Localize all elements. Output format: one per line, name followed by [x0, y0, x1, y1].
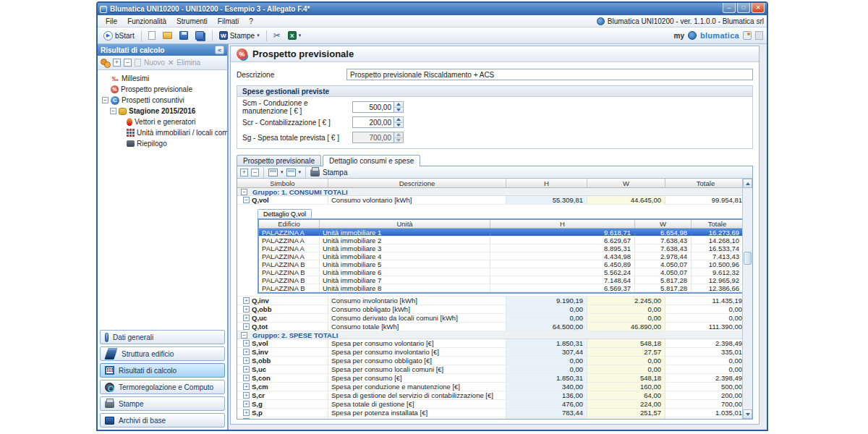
logo-blumatica[interactable]: blumatica	[700, 31, 739, 40]
nav-struttura-edificio[interactable]: Struttura edificio	[100, 346, 225, 361]
group-row-2[interactable]: −Gruppo: 2. SPESE TOTALI	[237, 331, 742, 339]
menu-funzionalit[interactable]: Funzionalità	[122, 17, 171, 26]
column-header-h[interactable]: H	[506, 179, 587, 187]
open-button[interactable]	[161, 31, 174, 40]
table-row[interactable]: +S,pSpesa per potenza installata [€]783,…	[237, 409, 742, 417]
row-expand-icon[interactable]: +	[243, 375, 250, 381]
detail-tab[interactable]: Dettaglio Q,vol	[258, 209, 312, 218]
table-row[interactable]: +S,invSpesa per consumo involontario [€]…	[237, 348, 742, 357]
grid-columns-icon[interactable]	[286, 169, 296, 176]
menu-filmati[interactable]: Filmati	[213, 17, 244, 26]
tree-expander-icon[interactable]: −	[102, 97, 109, 103]
tree-item-stagione-2015-2016[interactable]: −Stagione 2015/2016	[98, 106, 227, 116]
detail-row[interactable]: PALAZZINA AUnità immobiliare 26.629,677.…	[259, 237, 742, 244]
row-expand-icon[interactable]: +	[243, 357, 250, 364]
sidebar-collapse-icon[interactable]: <	[215, 46, 224, 54]
notes-icon[interactable]	[755, 31, 763, 40]
table-row[interactable]: +S,eSpesa energetica [€]2.157,75575,752.…	[237, 417, 742, 419]
row-expand-icon[interactable]: +	[243, 366, 250, 373]
table-row[interactable]: +S,ucSpesa per consumo locali comuni [€]…	[237, 365, 742, 374]
grid-layout-icon[interactable]	[268, 169, 278, 176]
table-row[interactable]: +Q,ucConsumo derivato da locali comuni […	[237, 314, 742, 323]
expand-all-icon[interactable]: +	[113, 59, 121, 67]
minimize-icon[interactable]: –	[723, 3, 736, 13]
table-row[interactable]: +S,obbSpesa per consumo obbligato [€]0,0…	[237, 357, 742, 365]
row-expand-icon[interactable]: +	[243, 409, 250, 416]
tree-item-riepilogo[interactable]: Riepilogo	[98, 138, 227, 149]
detail-column-unita[interactable]: Unità	[320, 220, 490, 228]
bstart-button[interactable]: ▶ bStart	[101, 30, 137, 41]
row-expand-icon[interactable]: +	[243, 306, 250, 312]
column-header-w[interactable]: W	[587, 179, 665, 187]
stampe-button[interactable]: W Stampe ▾	[217, 30, 262, 41]
scroll-up-icon[interactable]	[743, 179, 752, 188]
tab-prospetto-previsionale[interactable]: Prospetto previsionale	[237, 155, 321, 166]
detail-column-w[interactable]: W	[635, 220, 692, 228]
scm-input[interactable]	[352, 101, 394, 113]
menu-item[interactable]: ?	[244, 17, 258, 26]
user-card-icon[interactable]	[743, 31, 752, 40]
row-expand-icon[interactable]: +	[243, 401, 250, 407]
vertical-scrollbar[interactable]	[742, 179, 752, 419]
nav-stampe[interactable]: Stampe	[100, 396, 225, 411]
table-row[interactable]: +S,conSpesa per consumo [€]1.850,31548,1…	[237, 374, 742, 383]
column-header-tot[interactable]: Totale	[665, 179, 742, 187]
spin-down-icon[interactable]	[394, 107, 403, 113]
detail-row[interactable]: PALAZZINA AUnità immobiliare 38.895,317.…	[259, 244, 742, 252]
tab-dettaglio-consumi-e-spese[interactable]: Dettaglio consumi e spese	[323, 155, 420, 166]
table-row[interactable]: +Q,obbConsumo obbligato [kWh]0,000,000,0…	[237, 305, 742, 314]
group-row-1[interactable]: −Gruppo: 1. CONSUMI TOTALI	[237, 188, 742, 196]
menu-file[interactable]: File	[101, 17, 122, 26]
group-collapse-icon[interactable]: −	[241, 332, 247, 339]
nav-archivi-di-base[interactable]: Archivi di base	[100, 413, 225, 427]
row-expand-icon[interactable]: +	[243, 323, 250, 330]
nuovo-button[interactable]: Nuovo	[144, 59, 165, 67]
scroll-down-icon[interactable]	[743, 409, 752, 419]
refresh-gears-icon[interactable]	[101, 59, 110, 67]
detail-row[interactable]: PALAZZINA AUnità immobiliare 19.618,716.…	[259, 229, 742, 237]
table-row[interactable]: +S,cmSpesa per conduzione e manutenzione…	[237, 383, 742, 391]
excel-export-button[interactable]: X ▾	[286, 30, 304, 41]
row-expand-icon[interactable]: +	[243, 297, 250, 304]
detail-column-edificio[interactable]: Edificio	[259, 220, 320, 228]
tree-item-millesimi[interactable]: ‰Millesimi	[98, 73, 227, 84]
group-collapse-icon[interactable]: −	[241, 189, 247, 195]
save-button[interactable]	[177, 30, 190, 41]
detail-column-h[interactable]: H	[490, 220, 635, 228]
nav-risultati-di-calcolo[interactable]: Risultati di calcolo	[100, 363, 225, 378]
detail-row[interactable]: PALAZZINA BUnità immobiliare 56.450,894.…	[259, 260, 742, 268]
row-expand-icon[interactable]: +	[243, 340, 250, 346]
nav-dati-generali[interactable]: Dati generali	[100, 330, 225, 344]
row-expand-icon[interactable]: +	[243, 315, 250, 321]
grid-collapse-all-icon[interactable]: −	[251, 169, 259, 176]
maximize-icon[interactable]: □	[737, 3, 750, 13]
table-row[interactable]: +Q,totConsumo totale [kWh]64.500,0046.89…	[237, 323, 742, 331]
save-all-button[interactable]	[193, 30, 208, 41]
collapse-all-icon[interactable]: −	[124, 59, 132, 67]
table-row[interactable]: +S,crSpesa di gestione del servizio di c…	[237, 391, 742, 400]
new-button[interactable]	[146, 30, 158, 41]
grid-expand-all-icon[interactable]: +	[240, 169, 248, 176]
spin-down-icon[interactable]	[394, 122, 403, 128]
row-expand-icon[interactable]: +	[243, 392, 250, 399]
row-expand-icon[interactable]: +	[243, 383, 250, 390]
tree-expander-icon[interactable]: −	[110, 108, 116, 114]
scr-input[interactable]	[352, 116, 394, 128]
detail-row[interactable]: PALAZZINA AUnità immobiliare 44.434,982.…	[259, 252, 742, 260]
detail-row[interactable]: PALAZZINA BUnità immobiliare 77.148,645.…	[259, 276, 742, 284]
close-icon[interactable]: ✕	[752, 3, 765, 13]
tree-item-unit-immobiliari-locali-comuni[interactable]: Unità immobiliari / locali comuni	[98, 127, 227, 138]
row-collapse-icon[interactable]: −	[243, 197, 250, 203]
table-row[interactable]: +Q,invConsumo involontario [kWh]9.190,19…	[237, 297, 742, 305]
column-header-sym[interactable]: Simbolo	[237, 179, 328, 187]
detail-row[interactable]: PALAZZINA BUnità immobiliare 65.562,244.…	[259, 268, 742, 276]
tools-button[interactable]: ✂	[271, 30, 283, 41]
descrizione-input[interactable]	[346, 69, 753, 80]
scrollbar-thumb[interactable]	[744, 252, 752, 265]
row-expand-icon[interactable]: +	[243, 349, 250, 355]
stampa-button[interactable]: Stampa	[323, 169, 347, 176]
tree-item-vettori-e-generatori[interactable]: Vettori e generatori	[98, 116, 227, 127]
tree-item-prospetti-consuntivi[interactable]: −CProspetti consuntivi	[98, 95, 227, 106]
menu-strumenti[interactable]: Strumenti	[171, 17, 213, 26]
tree-item-prospetto-previsionale[interactable]: %Prospetto previsionale	[98, 84, 227, 95]
